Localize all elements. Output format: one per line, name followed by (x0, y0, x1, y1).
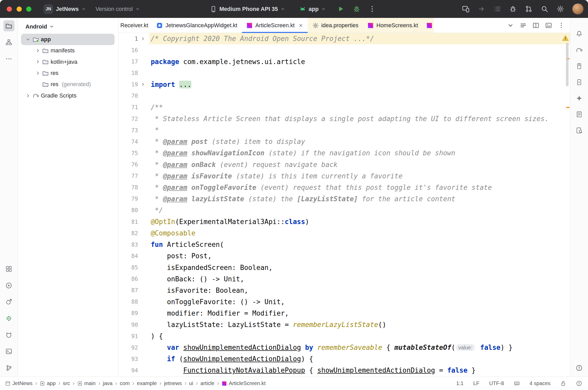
file-writable-toggle[interactable] (560, 380, 566, 386)
user-avatar[interactable] (572, 3, 583, 15)
code-line-87[interactable]: 87 isFavorite: Boolean, (118, 285, 570, 296)
breadcrumb-java[interactable]: java (103, 380, 113, 386)
code-line-1[interactable]: 1 /* Copyright 2020 The Android Open Sou… (118, 33, 570, 44)
debug-button[interactable] (353, 5, 360, 13)
close-tab-button[interactable] (298, 23, 303, 28)
gear-button[interactable] (557, 5, 564, 13)
line-separator[interactable]: LF (473, 380, 479, 386)
logcat-cat-button[interactable] (3, 329, 15, 340)
keyboard-widget[interactable] (514, 380, 520, 386)
inspections-widget[interactable] (562, 35, 569, 41)
code-line-91[interactable]: 91 ) { (118, 330, 570, 342)
code-line-18[interactable]: 18 (118, 67, 570, 79)
code-line-93[interactable]: 93 if (showUnimplementedActionDialog) { (118, 353, 570, 365)
breadcrumb-main[interactable]: main (77, 380, 96, 386)
run-config-selector[interactable]: app (299, 6, 326, 12)
tab-articlescreen-kt[interactable]: ArticleScreen.kt (242, 18, 308, 33)
code-line-72[interactable]: 72 * Stateless Article Screen that displ… (118, 113, 570, 124)
more-vertical-button[interactable] (558, 22, 565, 29)
fold-toggle[interactable] (138, 36, 148, 41)
code-line-88[interactable]: 88 onToggleFavorite: () -> Unit, (118, 296, 570, 308)
folded-imports[interactable]: ... (179, 81, 191, 88)
code-line-71[interactable]: 71 /** (118, 102, 570, 113)
bell-button[interactable] (573, 28, 585, 39)
more-horizontal-button[interactable] (3, 53, 15, 64)
view-split-button[interactable] (533, 22, 539, 29)
view-design-button[interactable] (545, 22, 552, 29)
fold-toggle[interactable] (138, 82, 148, 87)
running-devices-button[interactable] (573, 76, 585, 88)
breadcrumb-src[interactable]: src (63, 380, 70, 386)
more-vertical-button[interactable] (368, 5, 376, 13)
bug-button[interactable] (509, 5, 517, 13)
file-encoding[interactable]: UTF-8 (489, 380, 504, 386)
chevron-down-button[interactable] (507, 22, 514, 29)
device-selector[interactable]: Medium Phone API 35 (210, 6, 285, 12)
tree-item-kotlin-java[interactable]: kotlin+java (21, 56, 115, 67)
problems-error-button[interactable] (573, 362, 585, 373)
code-line-74[interactable]: 74 * @param post (state) item to display (118, 136, 570, 147)
code-line-86[interactable]: 86 onBack: () -> Unit, (118, 273, 570, 285)
breadcrumb-jetnews[interactable]: jetnews (164, 380, 182, 386)
code-line-19[interactable]: 19 import ... (118, 79, 570, 90)
quality-insights-button[interactable] (3, 313, 15, 324)
breadcrumb-articlescreen-kt[interactable]: ArticleScreen.kt (222, 380, 265, 386)
forward-arrow-button[interactable] (478, 5, 485, 13)
code-line-89[interactable]: 89 modifier: Modifier = Modifier, (118, 308, 570, 319)
code-line-84[interactable]: 84 post: Post, (118, 250, 570, 262)
code-line-82[interactable]: 82 @Composable (118, 227, 570, 239)
code-line-81[interactable]: 81 @OptIn(ExperimentalMaterial3Api::clas… (118, 216, 570, 227)
ide-errors-button[interactable] (576, 380, 582, 386)
pull-request-button[interactable] (525, 5, 533, 13)
vcs-widget[interactable]: Version control (96, 6, 140, 12)
code-line-90[interactable]: 90 lazyListState: LazyListState = rememb… (118, 319, 570, 330)
project-view-selector[interactable]: Android (18, 18, 118, 34)
gemini-star-button[interactable] (573, 93, 585, 104)
code-line-75[interactable]: 75 * @param showNavigationIcon (state) i… (118, 147, 570, 159)
breadcrumb-example[interactable]: example (137, 380, 157, 386)
document-search-button[interactable] (573, 125, 585, 136)
device-manager-button[interactable] (573, 60, 585, 72)
task-list-button[interactable] (494, 5, 501, 13)
grid-squares-button[interactable] (3, 263, 15, 274)
breadcrumb-ui[interactable]: ui (189, 380, 193, 386)
view-code-button[interactable] (520, 22, 527, 29)
code-line-77[interactable]: 77 * @param isFavorite (state) is this i… (118, 170, 570, 182)
search-button[interactable] (541, 5, 548, 13)
device-mirroring-button[interactable] (462, 5, 470, 13)
tree-item-gradle-scripts[interactable]: Gradle Scripts (21, 90, 115, 101)
code-line-79[interactable]: 79 * @param lazyListState (state) the [L… (118, 193, 570, 205)
project-switcher[interactable]: JN JetNews (44, 4, 86, 14)
terminal-button[interactable] (3, 346, 15, 357)
breadcrumb-article[interactable]: article (200, 380, 214, 386)
run-circle-button[interactable] (3, 280, 15, 291)
tab-idea-properties[interactable]: idea.properties (308, 18, 363, 33)
app-inspection-button[interactable] (3, 296, 15, 308)
close-window-button[interactable] (7, 6, 12, 12)
tree-item-app[interactable]: app (21, 34, 115, 45)
document-edit-button[interactable] (573, 109, 585, 120)
code-line-78[interactable]: 78 * @param onToggleFavorite (event) req… (118, 182, 570, 193)
minimize-window-button[interactable] (17, 6, 22, 12)
code-line-92[interactable]: 92 var showUnimplementedActionDialog by … (118, 342, 570, 353)
tab-jetnewsglanceappwidget-kt[interactable]: JetnewsGlanceAppWidget.kt (152, 18, 242, 33)
code-line-16[interactable]: 16 (118, 44, 570, 56)
editor[interactable]: 1 /* Copyright 2020 The Android Open Sou… (118, 33, 570, 377)
indent-config[interactable]: 4 spaces (529, 380, 550, 386)
code-line-83[interactable]: 83 fun ArticleScreen( (118, 239, 570, 250)
warning-stripe-mark[interactable] (566, 107, 570, 108)
caret-position[interactable]: 1:1 (456, 380, 464, 386)
tree-item-res[interactable]: res (21, 67, 115, 79)
code-line-76[interactable]: 76 * @param onBack (event) request navig… (118, 159, 570, 170)
code-area[interactable]: 1 /* Copyright 2020 The Android Open Sou… (118, 33, 570, 376)
breadcrumb-jetnews[interactable]: JetNews (5, 380, 32, 386)
git-branch-button[interactable] (3, 362, 15, 373)
code-line-94[interactable]: 94 FunctionalityNotAvailablePopup { show… (118, 365, 570, 376)
breadcrumb-com[interactable]: com (120, 380, 130, 386)
code-line-85[interactable]: 85 isExpandedScreen: Boolean, (118, 262, 570, 273)
tab-receiver-kt[interactable]: Receiver.kt (118, 18, 152, 33)
tree-item-manifests[interactable]: manifests (21, 45, 115, 56)
zoom-window-button[interactable] (26, 6, 31, 12)
code-line-70[interactable]: 70 (118, 90, 570, 102)
editor-scrollbar[interactable] (566, 43, 569, 86)
